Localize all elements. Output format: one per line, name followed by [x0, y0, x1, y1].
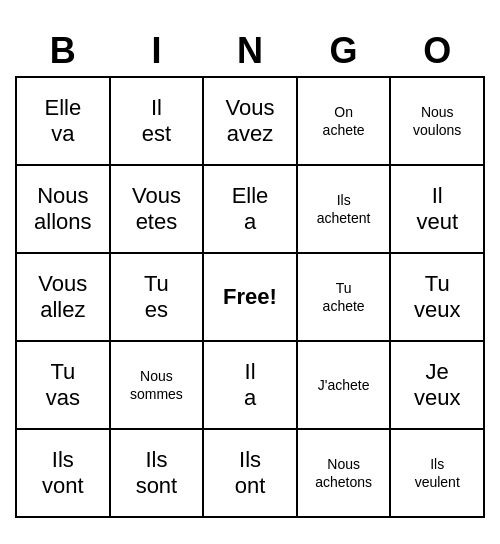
- cell-4-3: Nousachetons: [297, 429, 391, 517]
- grid-row-1: NousallonsVousetesElleaIlsachetentIlveut: [16, 165, 484, 253]
- header-letter-b: B: [16, 26, 110, 77]
- cell-4-0: Ilsvont: [16, 429, 110, 517]
- header-letter-n: N: [203, 26, 297, 77]
- grid-row-3: TuvasNoussommesIlaJ'acheteJeveux: [16, 341, 484, 429]
- cell-3-4: Jeveux: [390, 341, 484, 429]
- header-letter-i: I: [110, 26, 204, 77]
- cell-3-2: Ila: [203, 341, 297, 429]
- cell-0-3: Onachete: [297, 77, 391, 165]
- cell-2-1: Tues: [110, 253, 204, 341]
- cell-4-1: Ilssont: [110, 429, 204, 517]
- cell-2-2: Free!: [203, 253, 297, 341]
- grid-row-0: EllevaIlestVousavezOnacheteNousvoulons: [16, 77, 484, 165]
- header-letter-g: G: [297, 26, 391, 77]
- cell-1-4: Ilveut: [390, 165, 484, 253]
- cell-2-3: Tuachete: [297, 253, 391, 341]
- header-letter-o: O: [390, 26, 484, 77]
- cell-0-0: Elleva: [16, 77, 110, 165]
- cell-2-0: Vousallez: [16, 253, 110, 341]
- bingo-card: BINGO EllevaIlestVousavezOnacheteNousvou…: [15, 26, 485, 518]
- grid-row-4: IlsvontIlssontIlsontNousachetonsIlsveule…: [16, 429, 484, 517]
- cell-3-0: Tuvas: [16, 341, 110, 429]
- cell-0-2: Vousavez: [203, 77, 297, 165]
- bingo-header: BINGO: [16, 26, 484, 77]
- cell-1-0: Nousallons: [16, 165, 110, 253]
- cell-0-1: Ilest: [110, 77, 204, 165]
- cell-4-4: Ilsveulent: [390, 429, 484, 517]
- grid-row-2: VousallezTuesFree!TuacheteTuveux: [16, 253, 484, 341]
- cell-1-2: Ellea: [203, 165, 297, 253]
- cell-1-1: Vousetes: [110, 165, 204, 253]
- cell-4-2: Ilsont: [203, 429, 297, 517]
- cell-0-4: Nousvoulons: [390, 77, 484, 165]
- cell-3-1: Noussommes: [110, 341, 204, 429]
- cell-1-3: Ilsachetent: [297, 165, 391, 253]
- cell-2-4: Tuveux: [390, 253, 484, 341]
- cell-3-3: J'achete: [297, 341, 391, 429]
